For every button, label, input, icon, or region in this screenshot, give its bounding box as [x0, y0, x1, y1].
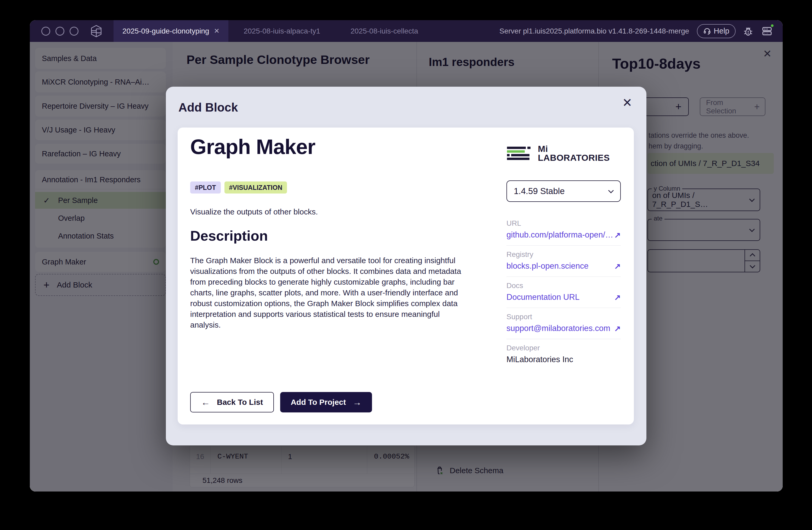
meta-row-support: Support support@milaboratories.com ↗: [506, 308, 621, 339]
milaboratories-logo-icon: [507, 147, 533, 160]
back-to-list-button[interactable]: ← Back To List: [190, 392, 274, 413]
block-summary: Visualize the outputs of other blocks.: [190, 207, 318, 216]
tag-plot: #PLOT: [190, 181, 221, 194]
developer-name: MiLaboratories Inc: [506, 355, 573, 364]
external-link-icon[interactable]: ↗: [614, 231, 621, 240]
description-text: The Graph Maker Block is a powerful and …: [190, 255, 464, 330]
help-button[interactable]: Help: [697, 24, 736, 38]
window-controls: [41, 27, 78, 36]
version-value: 1.4.59 Stable: [514, 186, 565, 196]
add-to-project-button[interactable]: Add To Project →: [280, 392, 372, 413]
external-link-icon[interactable]: ↗: [614, 293, 621, 302]
server-logs-button[interactable]: [761, 25, 773, 38]
meta-label: Registry: [506, 250, 621, 259]
support-link[interactable]: support@milaboratories.com: [506, 324, 610, 333]
tab-label: 2025-09-guide-clonotyping: [122, 27, 209, 36]
version-select[interactable]: 1.4.59 Stable: [506, 180, 621, 202]
block-details-card: Graph Maker #PLOT #VISUALIZATION Visuali…: [178, 127, 634, 424]
docs-link[interactable]: Documentation URL: [506, 293, 579, 302]
block-name: Graph Maker: [190, 135, 315, 159]
app-window: 2025-09-guide-clonotyping ✕ 2025-08-iuis…: [30, 20, 783, 491]
external-link-icon[interactable]: ↗: [614, 262, 621, 271]
external-link-icon[interactable]: ↗: [614, 324, 621, 333]
meta-label: URL: [506, 219, 621, 227]
server-status-text: Server pl1.iuis2025.platforma.bio v1.41.…: [499, 27, 689, 36]
window-close-button[interactable]: [41, 27, 50, 36]
tab-2025-09-guide-clonotyping[interactable]: 2025-09-guide-clonotyping ✕: [114, 20, 228, 42]
window-maximize-button[interactable]: [70, 27, 78, 36]
description-heading: Description: [190, 227, 268, 244]
arrow-right-icon: →: [353, 397, 362, 407]
bug-report-button[interactable]: [742, 25, 754, 37]
meta-row-registry: Registry blocks.pl-open.science ↗: [506, 246, 621, 277]
block-tags: #PLOT #VISUALIZATION: [190, 181, 287, 194]
help-label: Help: [714, 27, 729, 36]
registry-link[interactable]: blocks.pl-open.science: [506, 261, 589, 271]
back-button-label: Back To List: [217, 398, 263, 407]
tag-visualization: #VISUALIZATION: [224, 181, 287, 194]
block-meta-column: Mi LABORATORIES 1.4.59 Stable URL github…: [506, 127, 621, 424]
meta-rows: URL github.com/platforma-open/… ↗ Regist…: [506, 214, 621, 370]
status-online-dot: [770, 24, 774, 28]
top-bar: 2025-09-guide-clonotyping ✕ 2025-08-iuis…: [30, 20, 783, 42]
url-link[interactable]: github.com/platforma-open/…: [506, 230, 613, 240]
tab-2025-08-iuis-cellecta[interactable]: 2025-08-iuis-cellecta: [335, 27, 433, 36]
meta-label: Support: [506, 313, 621, 321]
logo-line-1: Mi: [538, 144, 610, 153]
platforma-logo-icon: [89, 24, 103, 38]
meta-row-url: URL github.com/platforma-open/… ↗: [506, 214, 621, 246]
meta-row-docs: Docs Documentation URL ↗: [506, 277, 621, 308]
tab-close-icon[interactable]: ✕: [214, 27, 220, 35]
headset-icon: [703, 27, 711, 35]
tab-2025-08-iuis-alpaca-ty1[interactable]: 2025-08-iuis-alpaca-ty1: [228, 27, 335, 36]
meta-row-developer: Developer MiLaboratories Inc: [506, 339, 621, 370]
window-minimize-button[interactable]: [56, 27, 64, 36]
bug-icon: [742, 25, 754, 37]
meta-label: Developer: [506, 344, 621, 352]
add-block-modal: Add Block ✕ Graph Maker #PLOT #VISUALIZA…: [166, 87, 647, 445]
milaboratories-logo: Mi LABORATORIES: [507, 144, 610, 162]
chevron-down-icon: [608, 187, 614, 193]
meta-label: Docs: [506, 281, 621, 290]
content-area: Samples & Data MiXCR Clonotyping - RNA–A…: [30, 42, 783, 491]
modal-title: Add Block: [178, 100, 238, 114]
logo-line-2: LABORATORIES: [538, 153, 610, 162]
arrow-left-icon: ←: [201, 397, 210, 407]
modal-close-icon[interactable]: ✕: [622, 96, 632, 110]
add-button-label: Add To Project: [291, 398, 346, 407]
